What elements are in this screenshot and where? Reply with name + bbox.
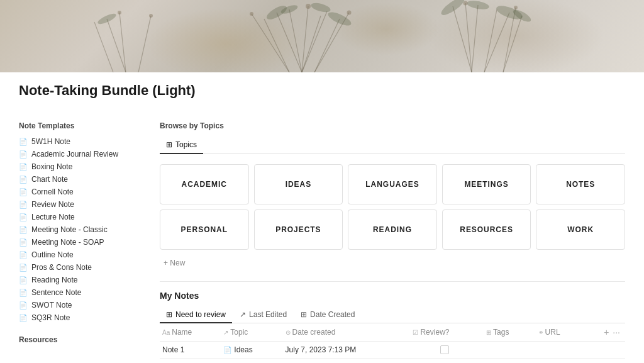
doc-icon: 📄 <box>19 226 28 234</box>
col-header-name: AaName <box>160 323 218 342</box>
cell-review[interactable] <box>408 342 481 359</box>
topics-new-button[interactable]: + New <box>160 256 625 270</box>
notes-tab-label: Date Created <box>310 310 355 319</box>
cell-date: July 7, 2023 7:13 PM <box>280 342 408 359</box>
topics-new-label: + New <box>164 259 185 267</box>
svg-line-8 <box>252 14 289 72</box>
svg-point-30 <box>347 11 352 15</box>
topic-card-resources[interactable]: RESOURCES <box>442 209 531 250</box>
section-divider <box>160 281 625 282</box>
topic-card-personal[interactable]: PERSONAL <box>160 209 249 250</box>
svg-line-12 <box>484 9 497 72</box>
doc-icon: 📄 <box>19 314 28 322</box>
sidebar-item-outline-note[interactable]: 📄Outline Note <box>19 249 145 261</box>
main-content: Note Templates 📄5W1H Note📄Academic Journ… <box>0 109 644 363</box>
sidebar-item-sentence-note[interactable]: 📄Sentence Note <box>19 286 145 299</box>
topics-tab-icon: ⊞ <box>166 140 172 149</box>
banner-plants-svg <box>0 0 644 72</box>
page-title: Note-Taking Bundle (Light) <box>19 82 625 99</box>
notes-tab-last-edited[interactable]: ↗Last Edited <box>233 307 293 323</box>
sidebar-item-sq3r-note[interactable]: 📄SQ3R Note <box>19 311 145 324</box>
notes-table: AaName↗Topic⊙Date created☑Review?⊞Tags⚭U… <box>160 323 625 359</box>
svg-line-5 <box>314 19 340 72</box>
notes-tab-bar: ⊞Need to review↗Last Edited⊞Date Created <box>160 307 625 323</box>
topic-grid: ACADEMICIDEASLANGUAGESMEETINGSNOTESPERSO… <box>160 164 625 250</box>
doc-icon: 📄 <box>19 176 28 184</box>
sidebar-item-lecture-note[interactable]: 📄Lecture Note <box>19 211 145 223</box>
svg-line-11 <box>472 5 478 72</box>
sidebar-item-boxing-note[interactable]: 📄Boxing Note <box>19 160 145 173</box>
doc-icon: 📄 <box>19 251 28 259</box>
svg-point-35 <box>149 14 153 18</box>
sidebar-item-chart-note[interactable]: 📄Chart Note <box>19 173 145 186</box>
topic-card-reading[interactable]: READING <box>348 209 437 250</box>
topic-card-languages[interactable]: LANGUAGES <box>348 164 437 204</box>
notes-tab-label: Last Edited <box>249 310 287 319</box>
note-templates-title: Note Templates <box>19 121 145 130</box>
doc-icon: 📄 <box>19 163 28 171</box>
cell-url <box>533 342 584 359</box>
col-header-url: ⚭URL <box>533 323 584 342</box>
sidebar-item-meeting-note---classic[interactable]: 📄Meeting Note - Classic <box>19 223 145 236</box>
notes-tab-icon: ↗ <box>240 310 246 319</box>
sidebar-item-meeting-note---soap[interactable]: 📄Meeting Note - SOAP <box>19 236 145 249</box>
sidebar-item-5w1h-note[interactable]: 📄5W1H Note <box>19 135 145 148</box>
notes-tab-date-created[interactable]: ⊞Date Created <box>294 307 361 323</box>
svg-point-22 <box>310 1 331 14</box>
review-checkbox[interactable] <box>440 345 449 354</box>
resources-title: Resources <box>19 335 145 344</box>
page-title-area: Note-Taking Bundle (Light) <box>0 72 644 99</box>
svg-point-28 <box>96 12 117 26</box>
svg-point-31 <box>250 12 253 16</box>
sidebar-item-cornell-note[interactable]: 📄Cornell Note <box>19 186 145 198</box>
notes-tab-label: Need to review <box>175 310 226 319</box>
cell-actions <box>584 342 625 359</box>
doc-icon: 📄 <box>19 289 28 297</box>
col-header-date-created: ⊙Date created <box>280 323 408 342</box>
topic-card-academic[interactable]: ACADEMIC <box>160 164 249 204</box>
topic-card-work[interactable]: WORK <box>536 209 625 250</box>
col-icon: ↗ <box>223 329 228 336</box>
col-icon: ⊞ <box>486 329 491 336</box>
table-more-btn[interactable]: ··· <box>613 327 620 337</box>
col-icon: Aa <box>162 329 170 336</box>
cell-name[interactable]: Note 1 <box>160 342 218 359</box>
doc-icon: 📄 <box>19 201 28 209</box>
doc-icon: 📄 <box>19 213 28 221</box>
browse-by-topics-title: Browse by Topics <box>160 121 625 130</box>
doc-icon: 📄 <box>19 138 28 146</box>
topic-card-meetings[interactable]: MEETINGS <box>442 164 531 204</box>
col-icon: ☑ <box>413 329 418 336</box>
right-panel: Browse by Topics ⊞ Topics ACADEMICIDEASL… <box>160 121 625 363</box>
svg-point-32 <box>464 1 468 6</box>
sidebar-item-academic-journal-review[interactable]: 📄Academic Journal Review <box>19 148 145 160</box>
doc-icon: 📄 <box>19 264 28 272</box>
cell-tags <box>481 342 533 359</box>
add-note-button[interactable]: + New <box>160 359 625 363</box>
svg-line-7 <box>264 19 289 72</box>
topic-card-projects[interactable]: PROJECTS <box>254 209 343 250</box>
topic-card-ideas[interactable]: IDEAS <box>254 164 343 204</box>
col-header-tags: ⊞Tags <box>481 323 533 342</box>
svg-line-13 <box>484 13 509 72</box>
svg-point-25 <box>466 0 490 11</box>
note-templates-list: 📄5W1H Note📄Academic Journal Review📄Boxin… <box>19 135 145 324</box>
sidebar-item-reading-note[interactable]: 📄Reading Note <box>19 274 145 286</box>
svg-line-18 <box>138 16 151 72</box>
notes-tab-need-to-review[interactable]: ⊞Need to review <box>160 307 232 323</box>
col-header-review?: ☑Review? <box>408 323 481 342</box>
topic-card-notes[interactable]: NOTES <box>536 164 625 204</box>
col-icon: ⚭ <box>538 329 543 336</box>
sidebar-item-pros-&-cons-note[interactable]: 📄Pros & Cons Note <box>19 261 145 274</box>
sidebar-item-swot-note[interactable]: 📄SWOT Note <box>19 299 145 311</box>
doc-icon: 📄 <box>19 238 28 247</box>
notes-tab-icon: ⊞ <box>166 310 172 319</box>
topics-tab-bar: ⊞ Topics <box>160 137 625 154</box>
col-icon: ⊙ <box>286 329 291 336</box>
svg-point-33 <box>514 6 518 9</box>
sidebar-item-review-note[interactable]: 📄Review Note <box>19 198 145 211</box>
table-add-btn[interactable]: + <box>604 327 609 337</box>
svg-line-0 <box>277 13 302 72</box>
tab-topics[interactable]: ⊞ Topics <box>160 137 203 154</box>
table-row: Note 1 📄Ideas July 7, 2023 7:13 PM <box>160 342 625 359</box>
